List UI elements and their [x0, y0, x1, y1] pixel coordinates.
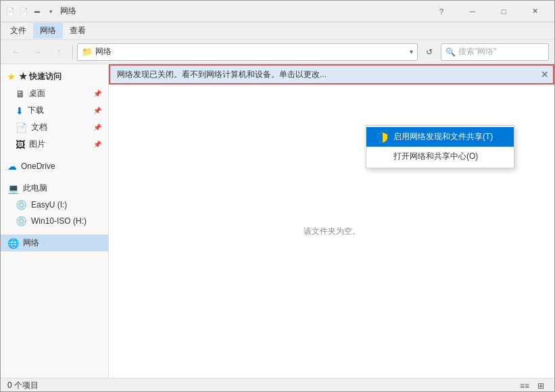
downloads-icon: ⬇ [16, 105, 24, 116]
documents-pin-icon: 📌 [93, 124, 101, 131]
sidebar-divider-1 [1, 153, 108, 158]
toolbar-separator-1 [72, 45, 73, 59]
context-menu-item-open-sharing-center[interactable]: 打开网络和共享中心(O) [366, 147, 514, 166]
context-menu-item1-label: 启用网络发现和文件共享(T) [393, 131, 493, 143]
view-controls: ≡≡ ⊞ [518, 380, 548, 392]
address-folder-icon: 📁 [82, 47, 93, 57]
address-dropdown-icon[interactable]: ▾ [410, 48, 413, 55]
onedrive-icon: ☁ [7, 161, 17, 172]
empty-folder-text: 该文件夹为空。 [304, 226, 360, 237]
notification-close-button[interactable]: ✕ [541, 69, 549, 80]
view-list-button[interactable]: ≡≡ [518, 380, 531, 392]
items-count-text: 0 个项目 [7, 380, 39, 391]
forward-button[interactable]: → [28, 43, 47, 62]
search-placeholder-text: 搜索"网络" [458, 46, 497, 57]
desktop-icon: 🖥 [16, 89, 25, 99]
up-button[interactable]: ↑ [49, 43, 68, 62]
title-bar-icon-dropdown[interactable]: ▾ [45, 6, 56, 17]
sidebar-item-downloads[interactable]: ⬇ 下载 📌 [1, 102, 108, 119]
easyu-icon: 💿 [16, 199, 27, 210]
context-menu-item2-label: 打开网络和共享中心(O) [393, 151, 478, 162]
pictures-icon: 🖼 [16, 139, 25, 150]
search-icon: 🔍 [445, 47, 456, 57]
network-label: 网络 [23, 237, 39, 249]
notification-bar[interactable]: 网络发现已关闭。看不到网络计算机和设备。单击以更改... ✕ [109, 64, 554, 84]
maximize-button[interactable]: □ [488, 1, 519, 22]
quick-access-star: ★ [7, 72, 15, 82]
documents-label: 文档 [31, 122, 47, 133]
view-grid-button[interactable]: ⊞ [534, 380, 548, 392]
menu-network[interactable]: 网络 [33, 23, 63, 39]
title-bar: 📄 📄 ▬ ▾ 网络 ? ─ □ ✕ [1, 1, 554, 22]
win10iso-icon: 💿 [16, 216, 27, 226]
title-bar-icons: 📄 📄 ▬ ▾ [5, 6, 56, 17]
refresh-button[interactable]: ↺ [420, 43, 438, 61]
title-bar-icon-sheet: 📄 [5, 6, 16, 17]
close-button[interactable]: ✕ [519, 1, 550, 22]
title-bar-controls: ? ─ □ ✕ [426, 1, 550, 22]
title-bar-icon-sheet2: 📄 [18, 6, 29, 17]
sidebar-item-easyu[interactable]: 💿 EasyU (I:) [1, 197, 108, 213]
sidebar-item-thispc[interactable]: 💻 此电脑 [1, 180, 108, 197]
sidebar-item-desktop[interactable]: 🖥 桌面 📌 [1, 85, 108, 102]
network-icon: 🌐 [7, 238, 19, 249]
downloads-pin-icon: 📌 [93, 107, 101, 114]
documents-icon: 📄 [16, 122, 27, 133]
sidebar-divider-2 [1, 174, 108, 180]
help-button[interactable]: ? [426, 1, 457, 22]
address-path-text: 网络 [95, 46, 407, 57]
sidebar-item-win10iso[interactable]: 💿 Win10-ISO (H:) [1, 213, 108, 229]
sidebar-item-onedrive[interactable]: ☁ OneDrive [1, 158, 108, 174]
back-button[interactable]: ← [6, 43, 25, 62]
window-title: 网络 [60, 5, 426, 17]
address-bar[interactable]: 📁 网络 ▾ [77, 43, 418, 61]
quick-access-label: ★ 快速访问 [19, 71, 62, 82]
quick-access-header: ★ ★ 快速访问 [1, 67, 108, 85]
thispc-icon: 💻 [7, 183, 19, 194]
content-area: 网络发现已关闭。看不到网络计算机和设备。单击以更改... ✕ 该文件夹为空。 启… [109, 64, 554, 378]
sidebar: ★ ★ 快速访问 🖥 桌面 📌 ⬇ 下载 📌 📄 文档 📌 🖼 图片 📌 ☁ O… [1, 64, 109, 378]
toolbar: ← → ↑ 📁 网络 ▾ ↺ 🔍 搜索"网络" [1, 40, 554, 64]
downloads-label: 下载 [28, 105, 44, 116]
minimize-button[interactable]: ─ [457, 1, 488, 22]
context-menu-item-enable-discovery[interactable]: 启用网络发现和文件共享(T) [366, 127, 514, 147]
shield-icon [377, 132, 388, 143]
easyu-label: EasyU (I:) [31, 200, 67, 210]
status-bar: 0 个项目 ≡≡ ⊞ [1, 378, 554, 392]
sidebar-item-network[interactable]: 🌐 网络 [1, 235, 108, 251]
title-bar-icon-small: ▬ [32, 6, 43, 17]
sidebar-item-pictures[interactable]: 🖼 图片 📌 [1, 136, 108, 153]
thispc-label: 此电脑 [23, 182, 47, 194]
pictures-pin-icon: 📌 [93, 141, 101, 148]
main-area: ★ ★ 快速访问 🖥 桌面 📌 ⬇ 下载 📌 📄 文档 📌 🖼 图片 📌 ☁ O… [1, 64, 554, 378]
menu-file[interactable]: 文件 [3, 23, 33, 39]
win10iso-label: Win10-ISO (H:) [31, 216, 87, 226]
menu-view[interactable]: 查看 [63, 23, 93, 39]
placeholder-icon [377, 151, 388, 162]
notification-text: 网络发现已关闭。看不到网络计算机和设备。单击以更改... [117, 69, 327, 80]
pictures-label: 图片 [29, 139, 45, 150]
desktop-pin-icon: 📌 [93, 90, 101, 97]
menu-bar: 文件 网络 查看 [1, 22, 554, 40]
context-menu: 启用网络发现和文件共享(T) 打开网络和共享中心(O) [366, 125, 514, 168]
desktop-label: 桌面 [29, 88, 45, 99]
sidebar-divider-3 [1, 229, 108, 235]
search-bar[interactable]: 🔍 搜索"网络" [441, 43, 549, 61]
sidebar-item-documents[interactable]: 📄 文档 📌 [1, 119, 108, 136]
onedrive-label: OneDrive [21, 162, 55, 171]
